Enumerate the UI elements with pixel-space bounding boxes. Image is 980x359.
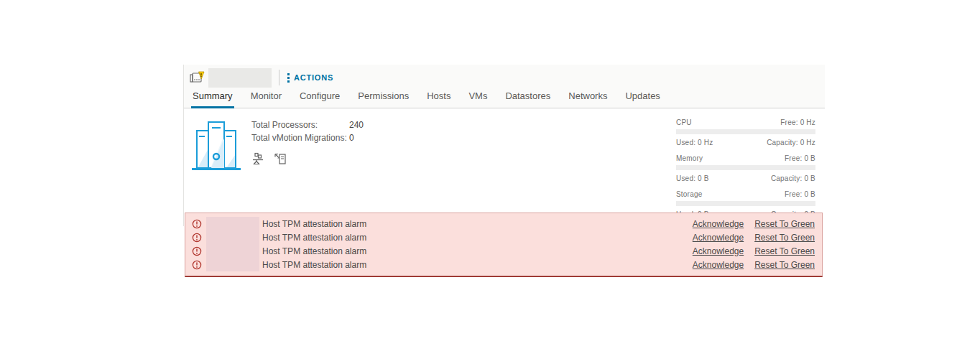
error-icon: [192, 246, 202, 256]
actions-button[interactable]: ACTIONS: [287, 73, 333, 83]
cluster-stats: Total Processors: 240 Total vMotion Migr…: [251, 116, 364, 226]
tab-updates[interactable]: Updates: [624, 90, 661, 108]
acknowledge-link[interactable]: Acknowledge: [693, 219, 744, 229]
cpu-meter: CPU Free: 0 Hz Used: 0 Hz Capacity: 0 Hz: [676, 118, 815, 146]
ellipsis-vertical-icon: [287, 73, 290, 83]
alarm-text: Host TPM attestation alarm: [262, 246, 366, 256]
object-header: ACTIONS Summary Monitor Configure Permis…: [184, 65, 825, 108]
error-icon: [192, 233, 202, 243]
alarm-row: Host TPM attestation alarm Acknowledge R…: [192, 230, 815, 244]
alarm-source-redacted: [206, 217, 259, 230]
tab-networks[interactable]: Networks: [567, 90, 609, 108]
reset-to-green-link[interactable]: Reset To Green: [754, 219, 815, 229]
meter-label: Storage: [676, 190, 702, 198]
vm-migrate-icon[interactable]: [274, 152, 287, 165]
meter-capacity: Capacity: 0 B: [771, 174, 815, 182]
tab-summary[interactable]: Summary: [191, 90, 234, 108]
quick-action-icons: [251, 152, 364, 165]
reset-to-green-link[interactable]: Reset To Green: [754, 260, 815, 270]
memory-usage-bar: [676, 165, 815, 170]
tab-configure[interactable]: Configure: [298, 90, 341, 108]
meter-free: Free: 0 Hz: [780, 118, 815, 126]
reset-to-green-link[interactable]: Reset To Green: [754, 246, 815, 256]
alarm-source-redacted: [206, 244, 259, 258]
memory-meter: Memory Free: 0 B Used: 0 B Capacity: 0 B: [676, 154, 815, 182]
object-header-top: ACTIONS: [184, 65, 825, 90]
acknowledge-link[interactable]: Acknowledge: [693, 246, 744, 256]
meter-label: CPU: [676, 118, 692, 126]
stat-value: 240: [349, 118, 364, 131]
tab-datastores[interactable]: Datastores: [504, 90, 552, 108]
storage-usage-bar: [676, 201, 815, 206]
alarm-banner: Host TPM attestation alarm Acknowledge R…: [185, 213, 823, 277]
alarm-row: Host TPM attestation alarm Acknowledge R…: [192, 258, 815, 271]
alarm-text: Host TPM attestation alarm: [262, 233, 366, 243]
alarm-row: Host TPM attestation alarm Acknowledge R…: [192, 217, 815, 230]
capacity-panel: CPU Free: 0 Hz Used: 0 Hz Capacity: 0 Hz…: [676, 116, 825, 226]
tab-monitor[interactable]: Monitor: [249, 90, 283, 108]
alarm-source-redacted: [206, 230, 259, 244]
meter-label: Memory: [676, 154, 703, 162]
stat-value: 0: [349, 131, 354, 144]
actions-label: ACTIONS: [294, 73, 333, 82]
tab-hosts[interactable]: Hosts: [425, 90, 452, 108]
tab-permissions[interactable]: Permissions: [356, 90, 410, 108]
object-name-redacted: [208, 68, 272, 88]
tab-vms[interactable]: VMs: [467, 90, 489, 108]
alarm-text: Host TPM attestation alarm: [262, 219, 366, 229]
cluster-summary-card: ACTIONS Summary Monitor Configure Permis…: [183, 65, 825, 226]
stat-label: Total vMotion Migrations:: [251, 131, 349, 144]
summary-content: Total Processors: 240 Total vMotion Migr…: [184, 108, 825, 226]
host-network-icon[interactable]: [251, 152, 264, 165]
tab-bar: Summary Monitor Configure Permissions Ho…: [184, 90, 825, 108]
cluster-hosts-illustration: [189, 116, 244, 173]
error-icon: [192, 260, 202, 270]
meter-used: Used: 0 Hz: [676, 139, 713, 146]
cpu-usage-bar: [676, 129, 815, 134]
meter-used: Used: 0 B: [676, 174, 709, 182]
stat-label: Total Processors:: [251, 118, 349, 131]
alarm-source-redacted: [206, 258, 259, 271]
alarm-row: Host TPM attestation alarm Acknowledge R…: [192, 244, 815, 258]
error-icon: [192, 219, 202, 229]
header-separator: [279, 70, 279, 85]
stat-total-processors: Total Processors: 240: [251, 118, 364, 131]
reset-to-green-link[interactable]: Reset To Green: [754, 233, 815, 243]
cluster-warning-icon: [189, 70, 205, 85]
acknowledge-link[interactable]: Acknowledge: [693, 260, 744, 270]
meter-capacity: Capacity: 0 Hz: [767, 139, 815, 146]
alarm-text: Host TPM attestation alarm: [262, 260, 366, 270]
meter-free: Free: 0 B: [785, 154, 815, 162]
stat-total-vmotion-migrations: Total vMotion Migrations: 0: [251, 131, 364, 144]
meter-free: Free: 0 B: [785, 190, 815, 198]
acknowledge-link[interactable]: Acknowledge: [693, 233, 744, 243]
